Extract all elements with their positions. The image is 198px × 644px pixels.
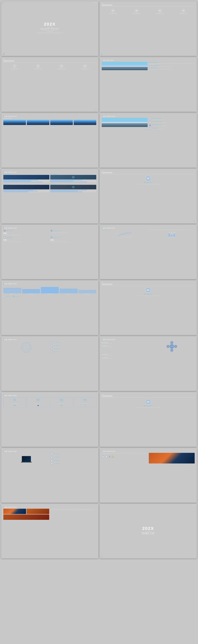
nc-text-2: Just for today I will try.: [28, 403, 48, 404]
cn-label: 目录: [102, 171, 195, 172]
kw-left: 01 ADD YOUR TITLE Just for today I will …: [102, 341, 148, 352]
fill-6: [50, 182, 87, 182]
big-num-1: 01: [4, 398, 25, 402]
kw-c4: 04: [166, 345, 169, 348]
laptop-items: ◆ ADD YOUR TITLE ◆ ADD YOUR TITLE ◆ ADD …: [50, 453, 96, 466]
cn-label: 目录: [102, 282, 195, 284]
icon-item-3: 💻 ADD YOUR PROJECT TITLE I can do someth…: [149, 124, 195, 127]
track-4: [50, 180, 96, 180]
member-name-4: ADD YOUR NAME: [50, 184, 96, 184]
globe-icon-2: ⬡: [50, 344, 53, 347]
fill-5: [50, 181, 73, 181]
globe-label-3: ADD YOUR TITLE: [54, 348, 60, 349]
kw-item-2: 02 ADD YOUR TITLE Just for today I will …: [102, 353, 148, 356]
contents-title: CONTENTS: [102, 395, 195, 398]
slide-19: 04 ADD YOUR TITLE Just for today I will …: [1, 504, 98, 558]
member-name-2: ADD YOUR NAME: [50, 174, 96, 174]
globe-label-1: ADD YOUR TITLE: [54, 342, 60, 343]
slide-11-content: 02 ADD YOUR TITLE ADD YOUR TITLE ADD YOU…: [1, 280, 98, 335]
proj-item-1: Add Your Project Title Just for today I …: [3, 126, 26, 128]
slide-heading: ADD YOUR TITLE: [3, 172, 96, 173]
thermo-fill-1: [169, 233, 170, 237]
num-col-4: 04 ADD YOUR TITLE Just for today I will …: [74, 398, 96, 407]
nc-label-2: ADD YOUR TITLE: [28, 402, 48, 402]
deco-br: [95, 109, 97, 110]
slide-heading: ADD YOUR TITLE: [3, 395, 96, 396]
icon-text-1: ADD YOUR PROJECT TITLE Just for today I …: [152, 118, 164, 120]
info-label-1: ADD YOUR TITLE: [7, 230, 13, 231]
info-icon-3: 📋: [3, 236, 6, 239]
bridge-layout: Just for today I will strive my soul in …: [102, 453, 195, 464]
corner-deco: [3, 53, 4, 55]
icon-row: ☁ 🗑 🔒 🔔: [102, 455, 148, 458]
content-item-1: 01 ADD YOUR TITLE: [102, 9, 124, 14]
progress-6: [50, 182, 96, 182]
num-1: 01: [111, 9, 115, 12]
num-cols: 01 ADD YOUR TITLE Just for today I will …: [3, 398, 96, 407]
bar-5: [78, 290, 96, 294]
proj-item-4: Add Your Project Title Just for today I …: [74, 126, 96, 128]
proj-item-3: Add Your Project Title Just for today I …: [50, 126, 73, 128]
triangle-icon2: [3, 2, 4, 4]
globe-label-2: ADD YOUR TITLE: [54, 345, 60, 346]
track-8: [3, 191, 49, 191]
cn-label: 目录: [102, 394, 195, 395]
corner-deco2: [3, 2, 4, 4]
slide-07-content: 01 ADD YOUR TITLE ADD YOUR NAME: [1, 169, 98, 224]
item-label-4: ADD YOUR TITLE: [172, 13, 195, 14]
triangle-icon: [3, 53, 4, 55]
fill-1: [3, 180, 38, 180]
item-label-1: ADD YOUR TITLE: [102, 13, 124, 14]
bar-labels: ADD YOUR TITLE ADD YOUR TITLE ADD YOUR T…: [3, 294, 96, 295]
bar-2: [22, 289, 40, 294]
bar-chart: [3, 285, 96, 294]
laptop-item-4: ◆ ADD YOUR TITLE: [50, 462, 96, 465]
slide-05-content: 01 ADD YOUR TITLE Add Your Project Title…: [1, 113, 98, 168]
chart-two-cols: ADD YOUR TITLE HERE Jan Mar May Jul Sep: [102, 230, 195, 238]
kw-c1: 01: [170, 341, 173, 344]
info-desc-1: Just for today I will try to live throug…: [3, 234, 49, 235]
sub-icon-1: 📊: [3, 296, 5, 298]
bar-label-2: ADD YOUR TITLE: [22, 294, 40, 295]
bar-label-4: ADD YOUR TITLE: [60, 294, 78, 295]
info-item-3: 📋 ADD YOUR TITLE 50% Just for today I wi…: [3, 236, 49, 242]
info-label-2: ADD YOUR TITLE: [53, 230, 60, 231]
fill-10: [50, 190, 87, 190]
deco-br: [194, 221, 195, 222]
bar-label-1: ADD YOUR TITLE: [3, 294, 21, 295]
slide-13: 03 ADD YOUR TITLE ⬡: [1, 336, 98, 391]
laptop-item-3: ◆ ADD YOUR TITLE: [50, 459, 96, 462]
deco-bl: [101, 53, 102, 55]
thermo-val-1: 70%: [169, 237, 170, 238]
right-icons: ✉ ADD YOUR PROJECT TITLE Just for today …: [149, 118, 195, 130]
member-photo-3: [3, 185, 49, 189]
thermo-1: 70%: [169, 232, 170, 238]
line-chart-svg: Jan Mar May Jul Sep: [102, 231, 148, 238]
globe-two-cols: ⬡ ADD YOUR TITLE ⬡ ADD YOUR TITLE ⬡ ADD …: [3, 341, 96, 354]
progress-12: [50, 192, 96, 192]
slide-12-content: 目录 CONTENTS 03 ADD YOUR TITLE Just for t…: [100, 280, 197, 335]
info-icon-1: 📢: [3, 230, 6, 232]
slide-05: 01 ADD YOUR TITLE Add Your Project Title…: [1, 113, 98, 168]
slide-12: 目录 CONTENTS 03 ADD YOUR TITLE Just for t…: [100, 280, 197, 335]
slide-20: LOGO 202X THANK YOU FOR WATCHING: [100, 504, 197, 558]
track-3: [3, 182, 49, 182]
slide-04-content: 01 ADD YOUR TITLE ABOUT OUR COMPANY Just…: [100, 57, 197, 112]
contents-items: 01 ADD YOUR TITLE 02 ADD YOUR TITLE 03 A…: [3, 64, 96, 70]
kw-item-3: 03 ADD YOUR TITLE Just for today I will …: [102, 344, 148, 347]
laptop-icon-2: ◆: [50, 456, 53, 458]
chart-title: ADD YOUR TITLE HERE: [102, 230, 148, 230]
section-text: Just for today I will try to live throug…: [136, 295, 160, 297]
laptop-label-1: ADD YOUR TITLE: [54, 454, 60, 454]
slide-10-content: 02 ADD YOUR TITLE ADD YOUR TITLE HERE Ja…: [100, 225, 197, 279]
slide-16: 目录 CONTENTS 04 ADD YOUR TITLE Just for t…: [100, 392, 197, 447]
divider: [47, 27, 53, 28]
slide-06-content: 01 ADD YOUR TITLE ✉ ADD YOUR PROJECT TIT…: [100, 113, 197, 168]
icon-desc-3: I can do something for twelve hours that…: [152, 126, 166, 126]
svg-text:Jul: Jul: [127, 237, 128, 238]
avatar-circle: [72, 176, 75, 178]
sub-item-2: ADD YOUR PROJECT TITLE I will do somethi…: [149, 68, 195, 69]
item-label-1: ADD YOUR TITLE: [3, 68, 26, 70]
nc-label-3: ADD YOUR TITLE: [51, 402, 72, 402]
lock-icon: 🔒: [108, 455, 111, 458]
